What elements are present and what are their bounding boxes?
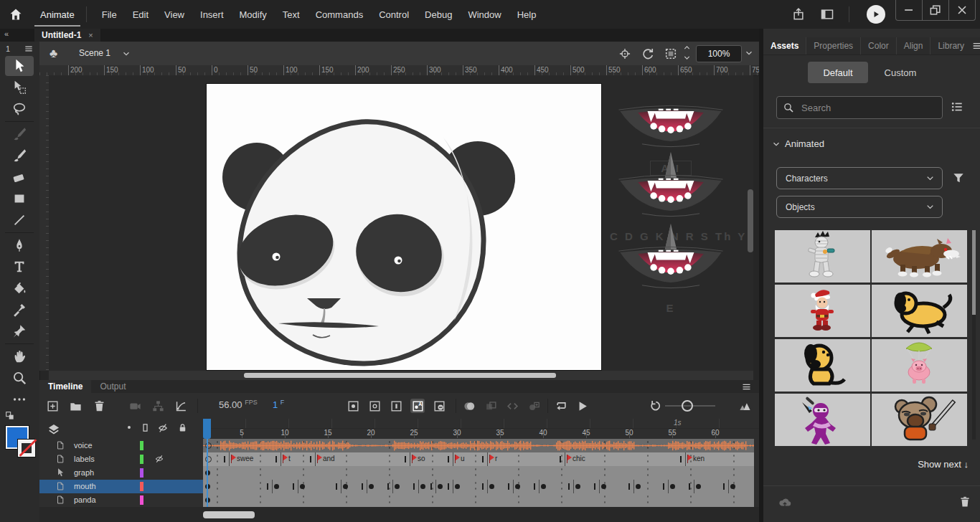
text-tool[interactable] [5, 257, 34, 277]
frame-strip-graph[interactable] [203, 466, 754, 480]
frame-strip-panda[interactable] [203, 493, 754, 508]
assets-scroll-thumb[interactable] [972, 230, 976, 315]
frame-strip-mouth[interactable] [203, 480, 754, 494]
layer-color-swatch[interactable] [140, 441, 143, 450]
asset-werewolf[interactable] [872, 230, 967, 283]
rectangle-tool[interactable] [5, 189, 34, 209]
new-folder-icon[interactable] [68, 399, 83, 413]
auto-keyframe-icon[interactable]: A [410, 399, 425, 413]
selection-tool[interactable] [5, 56, 34, 76]
menu-view[interactable]: View [156, 9, 192, 20]
collapse-panel-icon[interactable]: « [4, 29, 9, 38]
document-tab[interactable]: Untitled-1 × [34, 29, 100, 42]
new-layer-icon[interactable] [45, 399, 60, 413]
lock-layers-icon[interactable] [177, 422, 188, 433]
timeline-scrollbar[interactable] [39, 507, 759, 522]
stage-vertical-scrollbar[interactable] [748, 189, 753, 252]
eraser-tool[interactable] [5, 167, 34, 187]
menu-text[interactable]: Text [275, 9, 308, 20]
zoom-step-down-icon[interactable] [683, 54, 691, 62]
edit-multiple-frames-icon[interactable] [484, 399, 498, 413]
layer-row-labels[interactable]: labels [39, 452, 204, 467]
lasso-tool[interactable] [5, 99, 34, 119]
delete-layer-icon[interactable] [92, 399, 106, 413]
frame-ruler[interactable]: 1s 51015202530354045505560 [203, 419, 759, 440]
stroke-color-swatch[interactable] [17, 439, 36, 457]
close-tab-icon[interactable]: × [88, 31, 93, 39]
layer-name[interactable]: mouth [74, 482, 96, 490]
paint-bucket-tool[interactable] [5, 278, 34, 298]
layer-color-swatch[interactable] [140, 495, 143, 505]
classic-brush-tool[interactable] [5, 146, 34, 166]
stage-hscroll-thumb[interactable] [244, 373, 556, 378]
app-tab-animate[interactable]: Animate [36, 1, 79, 29]
asset-dog-running[interactable] [872, 285, 967, 337]
layer-color-swatch[interactable] [140, 468, 143, 478]
hide-layers-icon[interactable] [157, 422, 169, 434]
onion-skin-icon[interactable] [462, 399, 476, 413]
tools-menu-icon[interactable] [24, 44, 34, 54]
center-frame-icon[interactable] [618, 47, 632, 61]
tab-output[interactable]: Output [91, 380, 134, 393]
layer-row-mouth[interactable]: mouth [39, 480, 204, 494]
layer-name[interactable]: panda [74, 495, 96, 504]
layer-hidden-icon[interactable] [154, 454, 164, 464]
asset-dog-sitting[interactable] [775, 339, 870, 392]
menu-insert[interactable]: Insert [192, 9, 232, 20]
tab-properties[interactable]: Properties [806, 37, 860, 54]
reset-timeline-zoom-icon[interactable] [648, 399, 662, 413]
tab-library[interactable]: Library [930, 37, 971, 54]
timeline-menu-icon[interactable] [741, 381, 752, 392]
show-next-button[interactable]: Show next ↓ [763, 459, 969, 470]
subselection-tool[interactable] [5, 77, 34, 98]
menu-debug[interactable]: Debug [417, 9, 460, 20]
asset-koala-warrior[interactable] [872, 394, 967, 446]
stage-horizontal-scrollbar[interactable] [49, 371, 753, 380]
minimize-button[interactable] [896, 0, 922, 20]
workspace-icon[interactable] [820, 7, 834, 22]
insert-keyframe-icon[interactable] [346, 399, 360, 413]
viseme-3[interactable]: E [610, 222, 732, 314]
layer-color-swatch[interactable] [140, 482, 143, 491]
playhead[interactable] [203, 419, 211, 439]
scene-chevron-icon[interactable] [122, 49, 131, 58]
tab-assets[interactable]: Assets [763, 37, 806, 54]
layer-row-panda[interactable]: panda [39, 493, 204, 508]
frame-strip-labels[interactable]: sweetandsourchicken [203, 452, 754, 467]
list-view-icon[interactable] [950, 100, 964, 114]
layer-row-graph[interactable]: graph [39, 466, 204, 480]
default-colors-icon[interactable] [4, 410, 16, 422]
layer-color-swatch[interactable] [140, 455, 143, 464]
rotate-stage-icon[interactable] [641, 47, 655, 61]
layer-row-voice[interactable]: voice [39, 439, 204, 453]
animated-section-header[interactable]: Animated [772, 138, 824, 149]
asset-pig-parachute[interactable] [872, 339, 967, 392]
camera-icon[interactable] [128, 399, 142, 413]
close-button[interactable] [948, 0, 975, 20]
menu-edit[interactable]: Edit [125, 9, 156, 20]
outline-view-icon[interactable] [140, 422, 151, 433]
panda-artwork[interactable] [207, 84, 601, 370]
search-input[interactable] [800, 102, 925, 114]
layer-parenting-icon[interactable] [151, 399, 165, 413]
insert-frame-icon[interactable] [389, 399, 403, 413]
show-all-layers-icon[interactable] [124, 422, 134, 432]
home-icon[interactable] [9, 7, 23, 22]
eyedropper-tool[interactable] [5, 300, 34, 320]
tab-timeline[interactable]: Timeline [39, 380, 91, 393]
panel-menu-icon[interactable] [971, 40, 980, 52]
zoom-step-up-icon[interactable] [683, 44, 691, 52]
default-view-button[interactable]: Default [808, 62, 868, 83]
zoom-level-input[interactable]: 100% [696, 45, 742, 62]
upload-asset-icon[interactable] [778, 495, 792, 509]
section-chevron-icon[interactable] [772, 140, 781, 148]
zoom-tool[interactable] [5, 368, 34, 388]
create-tween-icon[interactable] [505, 399, 519, 413]
tab-align[interactable]: Align [896, 37, 930, 54]
asset-ninja[interactable] [775, 394, 870, 446]
asset-mummy[interactable] [775, 230, 870, 283]
insert-blank-keyframe-icon[interactable] [367, 399, 382, 413]
current-frame[interactable]: 1 F [273, 399, 284, 410]
timeline-scroll-thumb[interactable] [203, 511, 255, 518]
layer-name[interactable]: labels [74, 455, 95, 463]
